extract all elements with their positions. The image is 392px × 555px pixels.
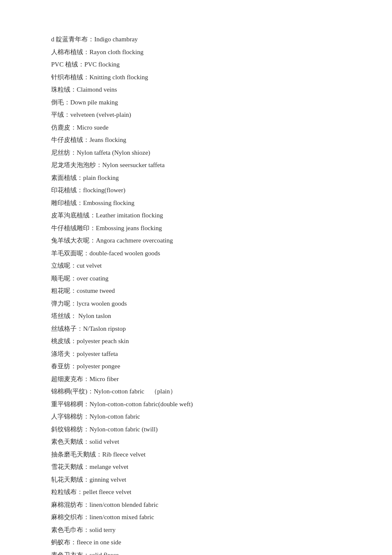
english-label: Nylon seersucker taffeta [102,162,164,168]
list-item: 尼龙塔夫泡泡纱：Nylon seersucker taffeta [51,160,341,171]
english-label: fleece in one side [77,539,121,546]
english-label: double-faced woolen goods [89,250,160,257]
english-label: flocking(flower) [83,187,125,194]
chinese-label: 立绒呢： [51,262,77,269]
chinese-label: 顺毛呢： [51,275,77,282]
chinese-label: 锦棉稠(平纹)： [51,388,94,395]
list-item: d 靛蓝青年布：Indigo chambray [51,34,341,45]
chinese-label: 皮革沟底植绒： [51,212,96,219]
list-item: 兔羊绒大衣呢：Angora cachmere overcoating [51,235,341,246]
chinese-label: 仿鹿皮： [51,124,77,131]
chinese-label: 素面植绒： [51,174,83,181]
list-item: 雕印植绒：Embossing flocking [51,198,341,209]
english-label: Embossing flocking [83,199,134,206]
chinese-label: 素色卫衣布： [51,552,89,555]
list-item: 皮革沟底植绒：Leather imitation flocking [51,210,341,221]
list-item: 羊毛双面呢：double-faced woolen goods [51,248,341,259]
chinese-label: 麻棉交织布： [51,514,89,520]
english-label: Rayon cloth flocking [89,49,144,55]
list-item: 素色毛巾布：solid terry [51,525,341,536]
english-label: solid velvet [89,438,119,445]
list-item: 人字锦棉纺：Nylon-cotton fabric [51,411,341,422]
chinese-label: 人棉布植绒： [51,49,89,55]
list-item: 涤塔夫：polyester taffeta [51,349,341,360]
english-label: Leather imitation flocking [96,212,163,219]
list-item: 人棉布植绒：Rayon cloth flocking [51,47,341,58]
english-label: Embossing jeans flocking [96,225,162,231]
list-item: 锦棉稠(平纹)：Nylon-cotton fabric （plain） [51,386,341,397]
list-item: 粒粒绒布：pellet fleece velvet [51,487,341,498]
list-item: 麻棉混纺布：linen/cotton blended fabric [51,500,341,511]
list-item: 塔丝绒： Nylon taslon [51,311,341,322]
english-label: Nylon taslon [77,312,111,319]
chinese-label: 超细麦克布： [51,376,89,382]
english-label: polyester taffeta [77,350,118,357]
list-item: 平绒：velveteen (velvet-plain) [51,110,341,121]
english-label: costume tweed [77,287,115,294]
list-item: 素面植绒：plain flocking [51,173,341,184]
list-item: 素色卫衣布：solid fleece [51,550,341,555]
chinese-label: 斜纹锦棉纺： [51,426,89,433]
chinese-label: 蚂蚁布： [51,539,77,546]
english-label: polyester pongee [77,363,120,370]
chinese-label: 抽条磨毛天鹅绒： [51,451,102,458]
english-label: Nylon-cotton fabric （plain） [94,388,176,395]
list-item: 牛仔皮植绒：Jeans flocking [51,135,341,146]
chinese-label: 雪花天鹅绒： [51,463,89,470]
chinese-label: d 靛蓝青年布： [51,36,94,43]
english-label: polyester peach skin [77,338,129,344]
chinese-label: 牛仔植绒雕印： [51,225,96,231]
english-label: N/Taslon ripstop [83,325,126,332]
english-label: Micro fiber [89,376,119,382]
chinese-label: 麻棉混纺布： [51,501,89,508]
chinese-label: 印花植绒： [51,187,83,194]
chinese-label: 羊毛双面呢： [51,250,89,257]
english-label: lycra woolen goods [77,300,127,307]
english-label: Angora cachmere overcoating [96,237,173,244]
list-item: 珠粒绒：Claimond veins [51,84,341,95]
english-label: Down pile making [70,99,118,106]
chinese-label: 珠粒绒： [51,86,77,93]
chinese-label: 重平锦棉稠： [51,401,89,408]
english-label: Nylon-cotton fabric (twill) [89,426,158,433]
chinese-label: 针织布植绒： [51,74,89,81]
english-label: pellet fleece velvet [83,489,131,495]
list-item: 超细麦克布：Micro fiber [51,374,341,385]
english-label: melange velvet [89,463,128,470]
list-item: PVC 植绒：PVC flocking [51,59,341,70]
list-item: 雪花天鹅绒：melange velvet [51,462,341,473]
english-label: Nylon taffeta (Nylon shioze) [77,149,150,156]
chinese-label: 尼丝纺： [51,149,77,156]
chinese-label: 尼龙塔夫泡泡纱： [51,162,102,168]
chinese-label: 轧花天鹅绒： [51,476,89,483]
list-item: 桃皮绒：polyester peach skin [51,336,341,347]
fabric-list: d 靛蓝青年布：Indigo chambray人棉布植绒：Rayon cloth… [51,34,341,555]
english-label: cut velvet [77,262,102,269]
list-item: 仿鹿皮：Micro suede [51,122,341,133]
list-item: 麻棉交织布：linen/cotton mixed fabric [51,512,341,523]
chinese-label: 雕印植绒： [51,199,83,206]
english-label: Claimond veins [77,86,117,93]
chinese-label: 平绒： [51,111,70,118]
list-item: 倒毛：Down pile making [51,97,341,108]
list-item: 尼丝纺：Nylon taffeta (Nylon shioze) [51,147,341,159]
list-item: 丝绒格子：N/Taslon ripstop [51,324,341,335]
chinese-label: 春亚纺： [51,363,77,370]
english-label: plain flocking [83,174,119,181]
chinese-label: 涤塔夫： [51,350,77,357]
english-label: Nylon-cotton-cotton fabric(double weft) [89,401,193,408]
list-item: 春亚纺：polyester pongee [51,361,341,372]
chinese-label: 塔丝绒： [51,312,77,319]
chinese-label: 兔羊绒大衣呢： [51,237,96,244]
english-label: Indigo chambray [94,36,138,43]
list-item: 轧花天鹅绒：ginning velvet [51,474,341,486]
chinese-label: PVC 植绒： [51,61,84,68]
english-label: velveteen (velvet-plain) [70,111,131,118]
english-label: Rib fleece velvet [102,451,146,458]
list-item: 蚂蚁布：fleece in one side [51,537,341,548]
list-item: 抽条磨毛天鹅绒：Rib fleece velvet [51,449,341,460]
english-label: solid fleece [89,552,119,555]
english-label: Knitting cloth flocking [89,74,148,81]
english-label: over coating [77,275,109,282]
list-item: 素色天鹅绒：solid velvet [51,436,341,448]
